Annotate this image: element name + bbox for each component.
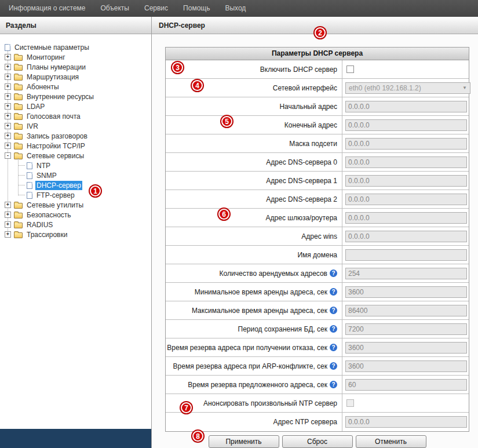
sidebar-item-network-utils[interactable]: + Сетевые утилиты <box>0 200 151 210</box>
sidebar-item-ldap[interactable]: + LDAP <box>0 101 151 111</box>
minus-expander-icon[interactable]: - <box>5 152 11 159</box>
subnet-mask-input[interactable] <box>345 138 467 150</box>
plus-expander-icon[interactable]: + <box>5 133 11 139</box>
form-row: Анонсировать произвольный NTP сервер <box>166 394 469 413</box>
network-services-children: NTP SNMP DHCP-сервер FTP-сервер <box>0 161 151 200</box>
dns-server-0-input[interactable] <box>345 156 467 168</box>
menu-exit[interactable]: Выход <box>217 0 253 17</box>
sidebar-item-ivr[interactable]: + IVR <box>0 121 151 131</box>
sidebar-item-label: Голосовая почта <box>25 112 82 121</box>
plus-expander-icon[interactable]: + <box>5 231 11 238</box>
field-label: Время резерва адреса при ARP-конфликте, … <box>173 362 327 370</box>
help-icon[interactable]: ? <box>330 362 337 370</box>
decline-reserve-time-input[interactable] <box>345 342 467 354</box>
dhcp-form-area: Параметры DHCP сервера Включить DHCP сер… <box>152 34 478 448</box>
plus-expander-icon[interactable]: + <box>5 74 11 80</box>
dns-server-2-input[interactable] <box>345 194 467 205</box>
plus-expander-icon[interactable]: + <box>5 212 11 218</box>
sidebar-item-ftp-server[interactable]: FTP-сервер <box>0 190 151 200</box>
form-row: Начальный адрес <box>166 97 469 116</box>
help-icon[interactable]: ? <box>330 269 337 277</box>
menu-help[interactable]: Помощь <box>176 0 217 17</box>
db-save-period-input[interactable] <box>345 323 467 335</box>
form-row: Адрес NTP сервера <box>166 413 469 431</box>
sidebar-item-voicemail[interactable]: + Голосовая почта <box>0 111 151 121</box>
wins-address-input[interactable] <box>345 231 467 242</box>
cancel-button[interactable]: Отменить <box>356 435 426 448</box>
lease-count-input[interactable] <box>345 268 467 279</box>
sidebar-item-label: Запись разговоров <box>25 132 89 141</box>
start-address-input[interactable] <box>345 101 467 112</box>
plus-expander-icon[interactable]: + <box>5 64 11 70</box>
field-label: Адрес DNS-сервера 2 <box>266 195 337 203</box>
sidebar-title: Разделы <box>0 17 151 34</box>
sidebar-item-routing[interactable]: + Маршрутизация <box>0 72 151 82</box>
field-label: Минимальное время аренды адреса, сек <box>195 288 327 296</box>
plus-expander-icon[interactable]: + <box>5 143 11 149</box>
sidebar-item-label: NTP <box>35 161 52 170</box>
annotation-badge-7: 7 <box>181 402 192 413</box>
form-row: Адрес wins <box>166 227 469 246</box>
sidebar-item-system-params[interactable]: Системные параметры <box>0 42 151 52</box>
field-label: Начальный адрес <box>279 103 337 111</box>
sidebar-item-call-recording[interactable]: + Запись разговоров <box>0 131 151 141</box>
field-label: Маска подсети <box>289 140 337 148</box>
sidebar-item-label: Маршрутизация <box>25 72 80 82</box>
domain-name-input[interactable] <box>345 249 467 261</box>
help-icon[interactable]: ? <box>330 344 337 351</box>
plus-expander-icon[interactable]: + <box>5 202 11 208</box>
plus-expander-icon[interactable]: + <box>5 103 11 110</box>
dhcp-settings-table: Параметры DHCP сервера Включить DHCP сер… <box>165 47 469 432</box>
annotation-badge-3: 3 <box>172 62 183 73</box>
sidebar-item-radius[interactable]: + RADIUS <box>0 220 151 230</box>
offered-reserve-time-input[interactable] <box>345 379 467 391</box>
plus-expander-icon[interactable]: + <box>5 221 11 228</box>
dns-server-1-input[interactable] <box>345 175 467 187</box>
enable-dhcp-checkbox[interactable] <box>346 65 354 73</box>
menu-system-info[interactable]: Информация о системе <box>1 0 93 17</box>
apply-button[interactable]: Применить <box>209 435 279 448</box>
plus-expander-icon[interactable]: + <box>5 123 11 129</box>
min-lease-time-input[interactable] <box>345 286 467 298</box>
sidebar-item-numbering-plans[interactable]: + Планы нумерации <box>0 62 151 72</box>
sidebar-item-subscribers[interactable]: + Абоненты <box>0 82 151 92</box>
announce-ntp-checkbox[interactable] <box>346 399 354 407</box>
interface-select[interactable]: eth0 (eth0 192.168.1.2) ▼ <box>345 82 470 94</box>
sidebar-item-security[interactable]: + Безопасность <box>0 210 151 220</box>
sidebar-item-tracing[interactable]: + Трассировки <box>0 230 151 239</box>
plus-expander-icon[interactable]: + <box>5 113 11 119</box>
plus-expander-icon[interactable]: + <box>5 54 11 60</box>
folder-icon <box>14 104 23 110</box>
help-icon[interactable]: ? <box>330 288 337 296</box>
document-icon <box>27 182 32 189</box>
sidebar-item-monitoring[interactable]: + Мониторинг <box>0 52 151 62</box>
form-row: Максимальное время аренды адреса, сек ? <box>166 301 469 320</box>
plus-expander-icon[interactable]: + <box>5 83 11 90</box>
plus-expander-icon[interactable]: + <box>5 93 11 100</box>
reset-button[interactable]: Сброс <box>282 435 353 448</box>
folder-icon <box>14 144 23 150</box>
end-address-input[interactable] <box>345 119 467 131</box>
sidebar-item-dhcp-server[interactable]: DHCP-сервер <box>0 180 151 190</box>
max-lease-time-input[interactable] <box>345 305 467 316</box>
field-label: Анонсировать произвольный NTP сервер <box>203 399 337 407</box>
sidebar-item-internal-resources[interactable]: + Внутренние ресурсы <box>0 92 151 101</box>
help-icon[interactable]: ? <box>330 325 337 333</box>
menu-objects[interactable]: Объекты <box>93 0 137 17</box>
help-icon[interactable]: ? <box>330 307 337 314</box>
menu-service[interactable]: Сервис <box>137 0 176 17</box>
gateway-address-input[interactable] <box>345 212 467 224</box>
annotation-badge-4: 4 <box>192 80 203 91</box>
sidebar-item-network-services[interactable]: - Сетевые сервисы <box>0 151 151 161</box>
sidebar-item-label: SNMP <box>35 171 58 180</box>
sidebar-item-snmp[interactable]: SNMP <box>0 170 151 180</box>
folder-icon <box>14 203 23 209</box>
ntp-address-input[interactable] <box>345 416 467 428</box>
sidebar-item-label: Сетевые утилиты <box>25 201 85 210</box>
help-icon[interactable]: ? <box>330 381 337 388</box>
arp-conflict-reserve-time-input[interactable] <box>345 360 467 372</box>
form-row: Маска подсети <box>166 134 469 153</box>
sidebar-item-ntp[interactable]: NTP <box>0 161 151 170</box>
field-label: Имя домена <box>297 251 337 259</box>
sidebar-item-tcpip-settings[interactable]: + Настройки TCP/IP <box>0 141 151 151</box>
